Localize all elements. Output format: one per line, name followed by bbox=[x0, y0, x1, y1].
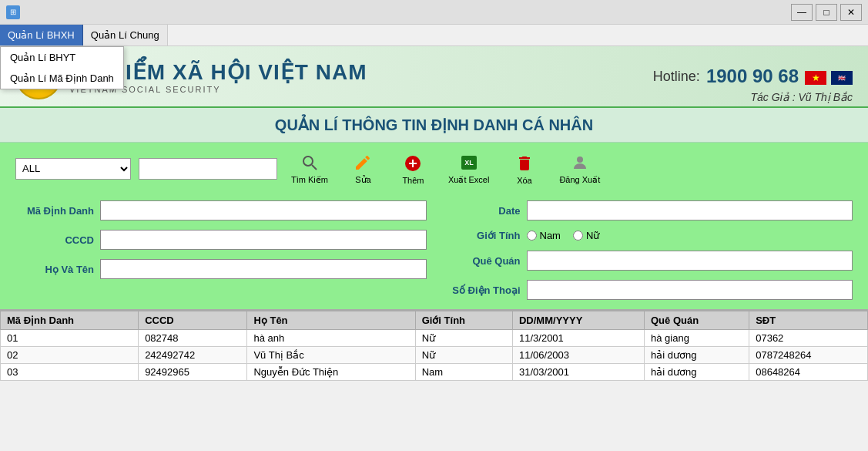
svg-line-1 bbox=[312, 165, 317, 170]
table-row[interactable]: 0392492965Nguyễn Đức ThiệnNam31/03/2001h… bbox=[1, 364, 868, 381]
table-row[interactable]: 01082748hà anhNữ11/3/2001hà giang07362 bbox=[1, 330, 868, 347]
menu-bar: Quản Lí BHXH Quản Lí Chung Quản Lí BHYT … bbox=[0, 25, 868, 46]
cell-cccd: 92492965 bbox=[139, 364, 247, 381]
cell-hovaten: Nguyễn Đức Thiện bbox=[247, 364, 415, 381]
maximize-button[interactable]: □ bbox=[816, 4, 837, 21]
cell-quequan: hà giang bbox=[645, 330, 749, 347]
flag-vietnam bbox=[805, 71, 826, 85]
input-sodienthoai[interactable] bbox=[527, 280, 853, 300]
cell-sdt: 0787248264 bbox=[749, 347, 868, 364]
form-row-gioitinh: Giới Tính Nam Nữ bbox=[442, 230, 853, 241]
hotline-label: Hotline: bbox=[653, 69, 700, 85]
header-banner: ⭐ B O HIỂM XÃ HỘI VIỆT NAM VIETNAM SOCIA… bbox=[0, 46, 868, 108]
table-section: Mã Định Danh CCCD Họ Tên Giới Tính DD/MM… bbox=[0, 309, 868, 381]
input-hovaten[interactable] bbox=[100, 259, 427, 279]
input-quequan[interactable] bbox=[527, 251, 853, 271]
input-date[interactable] bbox=[527, 200, 853, 220]
edit-button[interactable]: Sửa bbox=[342, 149, 384, 188]
hotline-number: 1900 90 68 bbox=[706, 66, 799, 87]
cell-madinhdanh: 02 bbox=[1, 347, 139, 364]
col-header-hovaten: Họ Tên bbox=[247, 311, 415, 330]
search-input[interactable] bbox=[139, 158, 277, 180]
close-button[interactable]: ✕ bbox=[840, 4, 862, 21]
search-button[interactable]: Tìm Kiếm bbox=[285, 149, 334, 188]
page-title: QUẢN LÍ THÔNG TIN ĐỊNH DANH CÁ NHÂN bbox=[0, 108, 868, 143]
svg-text:XL: XL bbox=[464, 159, 474, 167]
cell-madinhdanh: 03 bbox=[1, 364, 139, 381]
menu-item-chung[interactable]: Quản Lí Chung bbox=[83, 25, 168, 45]
col-header-sdt: SĐT bbox=[749, 311, 868, 330]
cell-quequan: hải dương bbox=[645, 347, 749, 364]
excel-icon: XL bbox=[458, 152, 480, 173]
form-row-madinhdanh: Mã Định Danh bbox=[15, 200, 427, 220]
label-madinhdanh: Mã Định Danh bbox=[15, 205, 100, 217]
title-bar: ⊞ — □ ✕ bbox=[0, 0, 868, 25]
cell-ngaysinh: 11/3/2001 bbox=[512, 330, 644, 347]
form-left: Mã Định Danh CCCD Họ Và Tên bbox=[15, 200, 427, 309]
form-right: Date Giới Tính Nam Nữ Quê Quán Số Điện T… bbox=[442, 200, 853, 309]
label-hovaten: Họ Và Tên bbox=[15, 264, 100, 275]
dropdown-menu: Quản Lí BHYT Quản Lí Mã Định Danh bbox=[0, 46, 124, 89]
app-icon: ⊞ bbox=[6, 5, 20, 19]
cell-sdt: 08648264 bbox=[749, 364, 868, 381]
window-controls: — □ ✕ bbox=[791, 4, 862, 21]
cell-gioitinh: Nữ bbox=[415, 330, 512, 347]
form-row-hovaten: Họ Và Tên bbox=[15, 259, 427, 279]
delete-button[interactable]: Xóa bbox=[503, 150, 545, 188]
label-gioitinh: Giới Tính bbox=[442, 230, 527, 241]
radio-nu[interactable]: Nữ bbox=[573, 230, 599, 241]
form-section: Mã Định Danh CCCD Họ Và Tên Date Giới Tí… bbox=[0, 194, 868, 309]
cell-quequan: hải dương bbox=[645, 364, 749, 381]
col-header-quequan: Quê Quán bbox=[645, 311, 749, 330]
search-category-select[interactable]: ALL Mã Định Danh CCCD Họ Tên bbox=[15, 158, 131, 180]
cell-gioitinh: Nam bbox=[415, 364, 512, 381]
input-madinhdanh[interactable] bbox=[100, 200, 427, 220]
input-cccd[interactable] bbox=[100, 230, 427, 250]
logout-button[interactable]: Đăng Xuất bbox=[553, 149, 606, 188]
delete-icon bbox=[514, 153, 535, 174]
svg-point-0 bbox=[303, 157, 313, 166]
form-row-quequan: Quê Quán bbox=[442, 251, 853, 271]
cell-hovaten: hà anh bbox=[247, 330, 415, 347]
search-icon bbox=[299, 152, 320, 173]
edit-icon bbox=[352, 152, 374, 173]
form-row-sodienthoai: Số Điện Thoại bbox=[442, 280, 853, 300]
cell-gioitinh: Nữ bbox=[415, 347, 512, 364]
form-row-cccd: CCCD bbox=[15, 230, 427, 250]
cell-sdt: 07362 bbox=[749, 330, 868, 347]
cell-ngaysinh: 31/03/2001 bbox=[512, 364, 644, 381]
author-line: Tác Giả : Vũ Thị Bắc bbox=[751, 91, 853, 103]
logout-icon bbox=[569, 152, 591, 173]
col-header-madinhdanh: Mã Định Danh bbox=[1, 311, 139, 330]
menu-item-bhxh[interactable]: Quản Lí BHXH bbox=[0, 25, 83, 45]
table-body: 01082748hà anhNữ11/3/2001hà giang0736202… bbox=[1, 330, 868, 381]
minimize-button[interactable]: — bbox=[791, 4, 813, 21]
cell-cccd: 242492742 bbox=[139, 347, 247, 364]
label-sodienthoai: Số Điện Thoại bbox=[442, 284, 527, 296]
form-row-date: Date bbox=[442, 200, 853, 220]
label-date: Date bbox=[442, 205, 527, 217]
col-header-ngaysinh: DD/MM/YYYY bbox=[512, 311, 644, 330]
cell-ngaysinh: 11/06/2003 bbox=[512, 347, 644, 364]
radio-group-gioitinh: Nam Nữ bbox=[527, 230, 600, 241]
data-table: Mã Định Danh CCCD Họ Tên Giới Tính DD/MM… bbox=[0, 311, 868, 381]
flag-uk: 🇬🇧 bbox=[831, 71, 853, 85]
col-header-gioitinh: Giới Tính bbox=[415, 311, 512, 330]
cell-hovaten: Vũ Thị Bắc bbox=[247, 347, 415, 364]
radio-input-nam[interactable] bbox=[527, 231, 537, 241]
table-row[interactable]: 02242492742Vũ Thị BắcNữ11/06/2003hải dươ… bbox=[1, 347, 868, 364]
header-title-main: O HIỂM XÃ HỘI VIỆT NAM bbox=[85, 59, 367, 85]
export-excel-button[interactable]: XL Xuất Excel bbox=[442, 149, 495, 188]
label-cccd: CCCD bbox=[15, 234, 100, 246]
add-button[interactable]: Thêm bbox=[392, 150, 434, 188]
radio-nam[interactable]: Nam bbox=[527, 230, 561, 241]
add-icon bbox=[402, 153, 424, 174]
dropdown-item-madinhdanh[interactable]: Quản Lí Mã Định Danh bbox=[1, 68, 123, 89]
table-header-row: Mã Định Danh CCCD Họ Tên Giới Tính DD/MM… bbox=[1, 311, 868, 330]
radio-input-nu[interactable] bbox=[573, 231, 583, 241]
label-quequan: Quê Quán bbox=[442, 255, 527, 267]
cell-cccd: 082748 bbox=[139, 330, 247, 347]
header-right: Hotline: 1900 90 68 🇬🇧 bbox=[653, 66, 853, 87]
dropdown-item-bhyt[interactable]: Quản Lí BHYT bbox=[1, 47, 123, 68]
cell-madinhdanh: 01 bbox=[1, 330, 139, 347]
